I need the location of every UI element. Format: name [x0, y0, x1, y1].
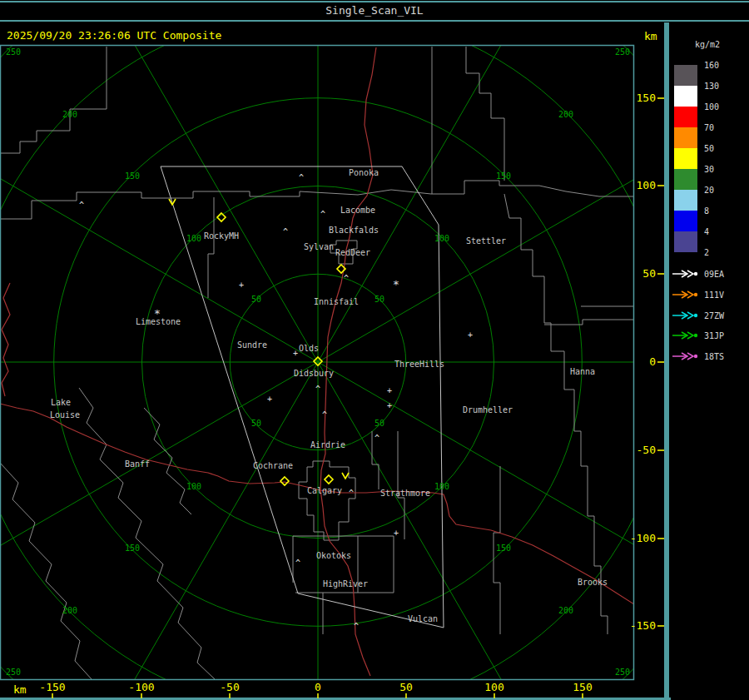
city-label: Calgary [307, 486, 342, 495]
right-axis-tick-label: 150 [637, 92, 656, 104]
city-label: Blackfalds [329, 226, 379, 235]
ring-distance-label: 150 [496, 544, 511, 553]
color-scale-swatch [674, 107, 697, 127]
right-axis-bar [664, 22, 669, 700]
color-scale-value: 2 [704, 248, 709, 257]
caret-marker-icon: ^ [283, 227, 288, 236]
city-label: HighRiver [323, 579, 368, 588]
bottom-axis-tick-label: -50 [220, 681, 239, 693]
ring-distance-label: 100 [186, 482, 201, 491]
city-label: Brooks [578, 578, 608, 587]
plus-marker-icon: + [394, 529, 399, 538]
ring-distance-label: 100 [186, 234, 201, 243]
ring-distance-label: 250 [615, 47, 630, 57]
bottom-axis-tick-label: 150 [573, 681, 592, 693]
ring-distance-label: 250 [6, 47, 21, 57]
ring-distance-label: 250 [6, 668, 21, 677]
color-scale-value: 130 [704, 82, 719, 91]
ring-distance-label: 200 [558, 110, 573, 119]
ring-distance-label: 100 [434, 482, 449, 491]
city-label: Didsbury [294, 369, 334, 378]
caret-marker-icon: ^ [79, 201, 84, 210]
plus-marker-icon: + [387, 386, 392, 395]
plus-marker-icon: + [267, 395, 272, 404]
color-scale-value: 20 [704, 186, 714, 195]
bottom-axis-tick-label: 0 [315, 681, 321, 693]
right-axis-tick-label: -150 [630, 619, 656, 632]
city-label: Lake [51, 398, 71, 407]
vector-arrow-tip-dot [694, 314, 697, 317]
city-label: Banff [125, 459, 150, 469]
color-scale-swatch [674, 65, 697, 86]
city-label: RockyMH [204, 231, 239, 241]
color-scale-swatch [674, 190, 697, 211]
city-label: Stettler [466, 236, 506, 246]
bottom-axis-tick-label: -150 [39, 681, 65, 693]
color-scale-value: 70 [704, 123, 714, 132]
caret-marker-icon: ^ [295, 559, 300, 568]
city-label: Drumheller [463, 405, 513, 415]
vector-arrow-tip-dot [694, 272, 697, 276]
color-scale-swatch [674, 148, 697, 169]
ring-distance-label: 250 [615, 668, 630, 677]
color-scale-value: 100 [704, 102, 719, 112]
bottom-axis-tick-label: -100 [128, 681, 154, 693]
plus-marker-icon: + [468, 330, 473, 340]
right-axis-tick-label: -50 [637, 444, 656, 456]
bottom-axis-tick-label: 100 [484, 681, 503, 693]
ring-distance-label: 200 [558, 606, 573, 615]
vector-arrow-tip-dot [694, 355, 697, 358]
bottom-axis-tick-label: 50 [399, 681, 413, 693]
city-label: RedDeer [335, 248, 370, 257]
color-scale-swatch [674, 211, 697, 231]
bottom-axis-unit-label: km [13, 683, 27, 696]
ring-distance-label: 50 [374, 419, 384, 428]
caret-marker-icon: ^ [349, 489, 354, 498]
color-scale-swatch [674, 127, 697, 148]
scan-timestamp: 2025/09/20 23:26:06 UTC Composite [7, 29, 221, 42]
city-label: Vulcan [408, 614, 438, 623]
color-scale-value: 50 [704, 144, 714, 153]
city-label: Okotoks [316, 551, 351, 560]
caret-marker-icon: ^ [320, 210, 325, 219]
plus-marker-icon: + [387, 401, 392, 410]
right-axis-tick-label: 50 [642, 267, 656, 280]
color-scale-value: 30 [704, 165, 714, 174]
vector-id-label: 27ZW [704, 311, 725, 320]
ring-distance-label: 200 [62, 110, 77, 119]
city-label: Strathmore [380, 489, 430, 498]
vector-id-label: 18TS [704, 352, 724, 361]
city-label: Sylvan [304, 242, 334, 251]
city-label: Hanna [570, 367, 595, 376]
vector-arrow-tip-dot [694, 334, 697, 337]
caret-marker-icon: ^ [322, 410, 327, 420]
caret-marker-icon: ^ [374, 434, 379, 443]
right-axis-unit-label: km [644, 30, 657, 42]
right-axis-tick-label: -100 [630, 532, 656, 544]
caret-marker-icon: ^ [299, 173, 304, 182]
radar-window: Single_Scan_VIL 2025/09/20 23:26:06 UTC … [0, 0, 749, 700]
ring-distance-label: 150 [125, 171, 140, 181]
city-label: Louise [50, 410, 80, 420]
city-label: Innisfail [314, 297, 359, 306]
city-label: Olds [299, 344, 319, 353]
ring-distance-label: 100 [434, 234, 449, 243]
ring-distance-label: 50 [251, 295, 261, 304]
city-label: Cochrane [253, 461, 293, 470]
color-scale-swatch [674, 86, 697, 107]
vector-id-label: 31JP [704, 331, 724, 340]
vector-id-label: 111V [704, 290, 724, 300]
right-axis-tick-label: 100 [637, 179, 656, 191]
window-title: Single_Scan_VIL [325, 4, 424, 17]
caret-marker-icon: ^ [354, 622, 359, 631]
ring-distance-label: 50 [251, 419, 261, 428]
color-scale-swatch [674, 169, 697, 190]
city-label: ThreeHills [394, 360, 444, 369]
ring-distance-label: 50 [374, 295, 384, 304]
star-marker-icon: * [393, 278, 399, 290]
city-label: Airdrie [310, 440, 345, 449]
color-scale-value: 8 [704, 206, 709, 216]
ring-distance-label: 200 [62, 606, 77, 615]
caret-marker-icon: ^ [315, 385, 320, 394]
right-axis-tick-label: 0 [649, 355, 656, 368]
